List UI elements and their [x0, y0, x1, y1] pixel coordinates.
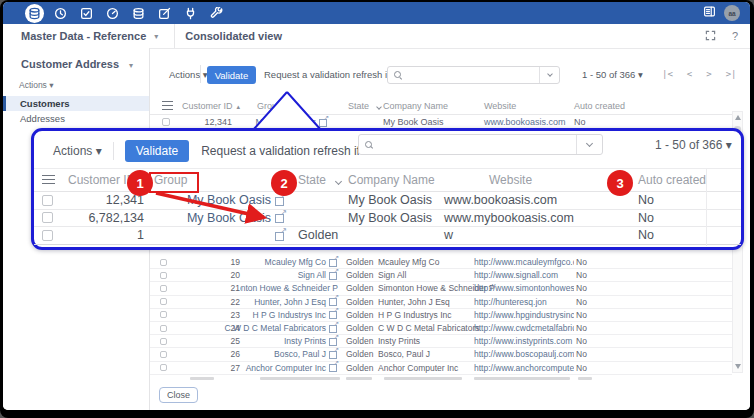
external-link-icon[interactable]	[319, 118, 328, 127]
row-checkbox[interactable]	[42, 230, 53, 241]
column-group[interactable]: Group	[232, 101, 328, 111]
cell-website[interactable]: http://www.cwdcmetalfabricat	[474, 323, 574, 333]
validate-button[interactable]: Validate	[207, 66, 256, 84]
actions-menu[interactable]: Actions ▾	[169, 69, 208, 80]
column-company[interactable]: Company Name	[378, 101, 474, 111]
cell-website[interactable]: http://www.signall.com	[474, 270, 574, 280]
row-checkbox[interactable]	[160, 298, 167, 305]
edit-square-icon[interactable]	[151, 2, 177, 24]
scroll-down-icon[interactable]	[735, 364, 741, 369]
cell-website[interactable]: www.bookoasis.com	[444, 193, 638, 207]
row-checkbox[interactable]	[160, 338, 167, 345]
column-company[interactable]: Company Name	[348, 173, 444, 187]
table-row[interactable]: 6,782,134 My Book Oasis My Book Oasis ww…	[34, 210, 741, 228]
cell-group-link[interactable]: Simonton Howe & Schneider P	[240, 283, 338, 293]
table-menu-icon[interactable]	[162, 101, 173, 110]
table-row[interactable]: 22 Hunter, John J Esq Golden Hunter, Joh…	[150, 296, 732, 309]
row-checkbox[interactable]	[160, 285, 167, 292]
cell-website[interactable]: http://www.instyprints.com	[474, 336, 574, 346]
cell-group-link[interactable]: My Book Oasis	[144, 211, 286, 225]
cell-website[interactable]: http://www.anchorcomputerin	[474, 363, 574, 373]
row-checkbox[interactable]	[160, 325, 167, 332]
table-row[interactable]: 24 C W D C Metal Fabricators Golden C W …	[150, 322, 732, 335]
clock-icon[interactable]	[47, 2, 73, 24]
plug-icon[interactable]	[177, 2, 203, 24]
row-checkbox[interactable]	[42, 212, 53, 223]
pagination-range[interactable]: 1 - 50 of 366 ▾	[655, 138, 732, 152]
column-state[interactable]: State	[328, 101, 378, 111]
column-website[interactable]: Website	[474, 101, 574, 111]
cell-group-link[interactable]: Bosco, Paul J	[240, 349, 338, 359]
row-checkbox[interactable]	[162, 118, 170, 126]
external-link-icon[interactable]	[329, 363, 338, 372]
cell-group-link[interactable]: My Book Oasis	[144, 193, 286, 207]
sidebar-item-customers[interactable]: Customers	[3, 96, 149, 111]
next-page-button[interactable]: >	[706, 69, 711, 79]
cell-group-link[interactable]: Insty Prints	[240, 336, 338, 346]
external-link-icon[interactable]	[329, 350, 338, 359]
table-row[interactable]: 23 H P G Industrys Inc Golden H P G Indu…	[150, 309, 732, 322]
table-menu-icon[interactable]	[42, 175, 55, 186]
search-input[interactable]	[377, 135, 576, 154]
user-avatar[interactable]: aa	[724, 5, 740, 21]
external-link-icon[interactable]	[329, 324, 338, 333]
row-checkbox[interactable]	[160, 272, 167, 279]
validate-button[interactable]: Validate	[125, 140, 189, 162]
pagination-range[interactable]: 1 - 50 of 366 ▾	[582, 69, 643, 80]
external-link-icon[interactable]	[275, 195, 286, 206]
sidebar-dataset-selector[interactable]: Customer Address▾	[21, 58, 133, 70]
cell-group-link[interactable]	[144, 230, 286, 241]
external-link-icon[interactable]	[329, 258, 338, 267]
row-checkbox[interactable]	[160, 259, 167, 266]
scroll-up-icon[interactable]	[735, 115, 741, 120]
cell-group-link[interactable]: C W D C Metal Fabricators	[240, 323, 338, 333]
first-page-button[interactable]: |<	[662, 69, 673, 79]
table-row[interactable]: 1 Golden w No	[34, 227, 741, 245]
cell-group-link[interactable]: My Book Oasis	[232, 117, 328, 127]
external-link-icon[interactable]	[329, 310, 338, 319]
prev-page-button[interactable]: <	[687, 69, 692, 79]
row-checkbox[interactable]	[160, 311, 167, 318]
external-link-icon[interactable]	[275, 212, 286, 223]
help-icon[interactable]: ?	[732, 30, 738, 42]
column-auto-created[interactable]: Auto created	[638, 173, 741, 187]
gauge-icon[interactable]	[99, 2, 125, 24]
table-row[interactable]: 26 Bosco, Paul J Golden Bosco, Paul J ht…	[150, 348, 732, 361]
cell-website[interactable]: http://www.simontonhowesch	[474, 283, 574, 293]
row-checkbox[interactable]	[160, 351, 167, 358]
cell-website[interactable]: www.mybookoasis.com	[444, 211, 638, 225]
external-link-icon[interactable]	[275, 230, 286, 241]
layers-icon[interactable]	[125, 2, 151, 24]
column-customer-id[interactable]: Customer ID▴	[182, 101, 232, 111]
cell-website[interactable]: http://www.hpgindustrysinc.co	[474, 310, 574, 320]
cell-website[interactable]: http://www.mcauleymfgco.com	[474, 257, 574, 267]
panel-icon[interactable]	[703, 4, 716, 22]
cell-group-link[interactable]: Anchor Computer Inc	[240, 363, 338, 373]
cell-website[interactable]: http://hunteresq.jon	[474, 297, 574, 307]
search-collapse-button[interactable]	[539, 67, 559, 83]
table-row[interactable]: 19 Mcauley Mfg Co Golden Mcauley Mfg Co …	[150, 256, 732, 269]
cell-group-link[interactable]: Hunter, John J Esq	[240, 297, 338, 307]
expand-icon[interactable]	[705, 27, 716, 45]
check-square-icon[interactable]	[73, 2, 99, 24]
row-checkbox[interactable]	[160, 364, 167, 371]
cell-website[interactable]: w	[444, 228, 638, 242]
external-link-icon[interactable]	[329, 297, 338, 306]
sidebar-actions-menu[interactable]: Actions ▾	[19, 80, 54, 90]
cell-website[interactable]: http://www.boscopaulj.com	[474, 349, 574, 359]
table-row[interactable]: 20 Sign All Golden Sign All http://www.s…	[150, 269, 732, 282]
row-checkbox[interactable]	[42, 195, 53, 206]
search-input[interactable]	[406, 67, 539, 83]
wrench-icon[interactable]	[203, 2, 229, 24]
cell-group-link[interactable]: Mcauley Mfg Co	[240, 257, 338, 267]
last-page-button[interactable]: >|	[726, 69, 737, 79]
external-link-icon[interactable]	[329, 337, 338, 346]
cell-group-link[interactable]: Sign All	[240, 270, 338, 280]
close-button[interactable]: Close	[159, 387, 198, 403]
external-link-icon[interactable]	[329, 271, 338, 280]
sidebar-item-addresses[interactable]: Addresses	[3, 111, 149, 126]
table-row[interactable]: 21 Simonton Howe & Schneider P Golden Si…	[150, 282, 732, 295]
table-row[interactable]: 25 Insty Prints Golden Insty Prints http…	[150, 335, 732, 348]
cell-website[interactable]: www.bookoasis.com	[474, 117, 574, 127]
cell-group-link[interactable]: H P G Industrys Inc	[240, 310, 338, 320]
